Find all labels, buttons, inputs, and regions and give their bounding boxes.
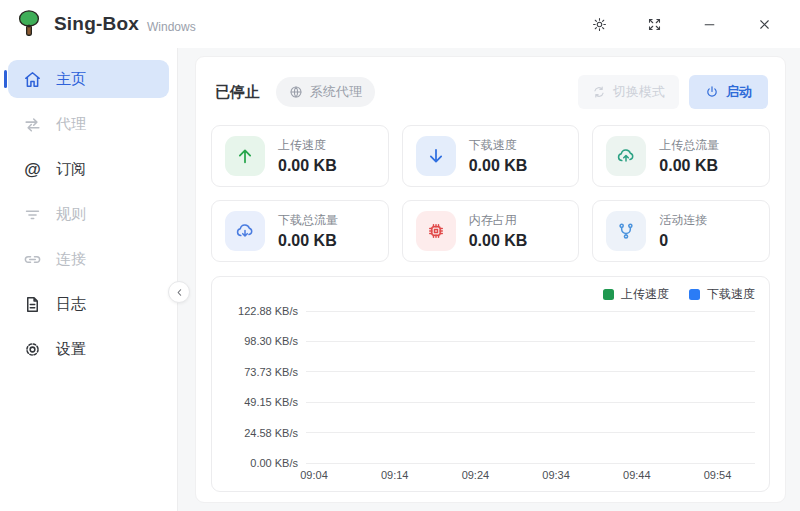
stat-value: 0.00 KB [469, 232, 528, 250]
sidebar: 主页 代理 @ 订阅 规则 [0, 48, 178, 511]
sidebar-collapse-button[interactable] [168, 281, 190, 303]
start-button[interactable]: 启动 [689, 75, 768, 109]
download-speed-arrow-icon [416, 136, 456, 176]
stat-texts: 上传总流量 0.00 KB [659, 137, 719, 175]
stat-label: 下载速度 [469, 137, 528, 154]
main-card: 已停止 系统代理 切换模式 [195, 56, 786, 503]
system-proxy-label: 系统代理 [310, 83, 362, 101]
active-connections-branch-icon [606, 211, 646, 251]
sidebar-item-subscription[interactable]: @ 订阅 [8, 150, 169, 188]
switch-mode-label: 切换模式 [613, 83, 665, 101]
chart-x-axis: 09:0409:1409:2409:3409:4409:54 [314, 469, 755, 487]
gridline [306, 402, 755, 403]
chart-gridline-row: 49.15 KB/s [226, 396, 755, 408]
legend-label: 上传速度 [621, 286, 669, 303]
chart-gridline-row: 98.30 KB/s [226, 335, 755, 347]
sun-icon [592, 17, 607, 32]
main-area: 已停止 系统代理 切换模式 [178, 48, 800, 511]
x-axis-tick-label: 09:04 [300, 469, 328, 481]
service-status: 已停止 [215, 83, 260, 102]
logs-document-icon [23, 295, 42, 314]
settings-gear-icon [23, 340, 42, 359]
upload-legend-swatch [603, 289, 614, 300]
stat-label: 活动连接 [659, 212, 707, 229]
chart-plot-area: 122.88 KB/s98.30 KB/s73.73 KB/s49.15 KB/… [226, 311, 755, 463]
stat-texts: 内存占用 0.00 KB [469, 212, 528, 250]
stats-grid: 上传速度 0.00 KB 下载速度 0.00 KB [211, 125, 770, 262]
x-axis-tick-label: 09:44 [623, 469, 651, 481]
traffic-chart-card: 上传速度 下载速度 122.88 KB/s98.30 KB/s73.73 KB/… [211, 276, 770, 492]
subscription-at-icon: @ [23, 160, 42, 179]
gridline [306, 432, 755, 433]
y-axis-tick-label: 0.00 KB/s [226, 457, 306, 469]
stat-value: 0.00 KB [278, 157, 337, 175]
x-axis-tick-label: 09:24 [462, 469, 490, 481]
sidebar-item-label: 日志 [56, 295, 86, 314]
stat-card-upload-speed: 上传速度 0.00 KB [211, 125, 389, 187]
minimize-icon [702, 17, 717, 32]
app-logo-tree-icon [14, 9, 44, 39]
chart-gridline-row: 0.00 KB/s [226, 457, 755, 469]
stat-card-download-speed: 下载速度 0.00 KB [402, 125, 580, 187]
globe-icon [289, 85, 303, 99]
stat-label: 上传速度 [278, 137, 337, 154]
sidebar-item-label: 主页 [56, 70, 86, 89]
sidebar-item-label: 连接 [56, 250, 86, 269]
gridline [306, 463, 755, 464]
y-axis-tick-label: 49.15 KB/s [226, 396, 306, 408]
stat-label: 内存占用 [469, 212, 528, 229]
expand-icon [647, 17, 662, 32]
y-axis-tick-label: 73.73 KB/s [226, 366, 306, 378]
stat-texts: 下载总流量 0.00 KB [278, 212, 338, 250]
x-axis-tick-label: 09:54 [704, 469, 732, 481]
sidebar-item-proxy[interactable]: 代理 [8, 105, 169, 143]
sidebar-item-logs[interactable]: 日志 [8, 285, 169, 323]
legend-label: 下载速度 [707, 286, 755, 303]
sidebar-item-settings[interactable]: 设置 [8, 330, 169, 368]
upload-speed-arrow-icon [225, 136, 265, 176]
fullscreen-button[interactable] [644, 14, 664, 34]
proxy-swap-icon [23, 115, 42, 134]
stat-value: 0.00 KB [659, 157, 719, 175]
rules-filter-icon [23, 205, 42, 224]
y-axis-tick-label: 24.58 KB/s [226, 427, 306, 439]
status-header: 已停止 系统代理 切换模式 [215, 75, 768, 109]
chart-gridline-row: 24.58 KB/s [226, 427, 755, 439]
chart-gridline-row: 73.73 KB/s [226, 366, 755, 378]
upload-total-cloud-icon [606, 136, 646, 176]
stat-label: 上传总流量 [659, 137, 719, 154]
stat-card-memory: 内存占用 0.00 KB [402, 200, 580, 262]
sidebar-item-home[interactable]: 主页 [8, 60, 169, 98]
power-icon [705, 85, 719, 99]
stat-value: 0.00 KB [469, 157, 528, 175]
gridline [306, 341, 755, 342]
stat-texts: 上传速度 0.00 KB [278, 137, 337, 175]
app-subtitle: Windows [147, 20, 196, 34]
sidebar-item-rules[interactable]: 规则 [8, 195, 169, 233]
system-proxy-badge[interactable]: 系统代理 [276, 77, 375, 107]
stat-value: 0.00 KB [278, 232, 338, 250]
close-button[interactable] [754, 14, 774, 34]
minimize-button[interactable] [699, 14, 719, 34]
sidebar-item-label: 设置 [56, 340, 86, 359]
switch-mode-button[interactable]: 切换模式 [578, 75, 679, 109]
chart-legend: 上传速度 下载速度 [226, 286, 755, 303]
connections-link-icon [23, 250, 42, 269]
x-axis-tick-label: 09:14 [381, 469, 409, 481]
stat-texts: 下载速度 0.00 KB [469, 137, 528, 175]
download-legend-swatch [689, 289, 700, 300]
titlebar: Sing-Box Windows [0, 0, 800, 48]
app-body: 主页 代理 @ 订阅 规则 [0, 48, 800, 511]
stat-value: 0 [659, 232, 707, 250]
stat-card-download-total: 下载总流量 0.00 KB [211, 200, 389, 262]
chart-gridline-row: 122.88 KB/s [226, 305, 755, 317]
sidebar-item-label: 订阅 [56, 160, 86, 179]
app-window: Sing-Box Windows [0, 0, 800, 511]
y-axis-tick-label: 122.88 KB/s [226, 305, 306, 317]
x-axis-tick-label: 09:34 [542, 469, 570, 481]
stat-texts: 活动连接 0 [659, 212, 707, 250]
download-total-cloud-icon [225, 211, 265, 251]
memory-chip-icon [416, 211, 456, 251]
sidebar-item-connections[interactable]: 连接 [8, 240, 169, 278]
theme-toggle-button[interactable] [589, 14, 609, 34]
